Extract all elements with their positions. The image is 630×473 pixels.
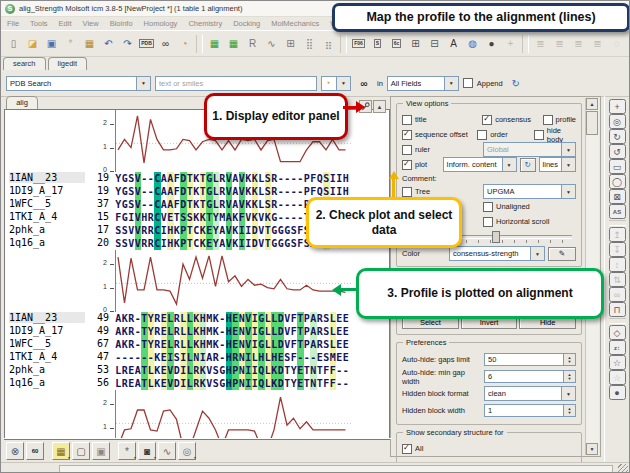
tree-checkbox[interactable] [402,187,412,197]
sequence-name[interactable]: 1IAN__23 [9,172,85,183]
sequence-name[interactable]: 1q16_a [9,237,85,248]
scrollbar-thumb[interactable] [586,111,598,135]
sequence-residues[interactable]: AKR-TYRELRLLKHMK-HENVIGLLDVFTPARSLEE [115,338,349,351]
menu-homology[interactable]: Homology [144,19,178,28]
sequence-residues[interactable]: AKR-TYRELRLLKHMK-HENVIGLLDVFTPARSLEE [115,312,349,325]
menu-chemistry[interactable]: Chemistry [188,19,222,28]
search-category-select[interactable]: PDB Search ▼ [6,76,151,91]
horizontal-scroll-checkbox[interactable] [483,217,493,227]
sequence-residues[interactable]: LREATLKEVDILRKVSGHPNIIQLKDTYETNTFF-- [115,377,349,390]
sequence-name[interactable]: 1IAN__23 [9,312,85,323]
snapshot-icon[interactable]: ◙▾ [138,442,156,460]
chevron-down-icon[interactable]: ▼ [336,77,350,90]
clear-selection-icon[interactable]: ⊠ [609,189,626,204]
all-checkbox[interactable] [402,444,412,454]
sequence-name[interactable]: 1DI9_A_17 [9,325,85,336]
unaligned-checkbox[interactable] [483,202,493,212]
surface-icon[interactable]: S [369,35,386,52]
select-lasso-icon[interactable]: ◯ [609,174,626,189]
history-icon[interactable]: ◔ [176,35,193,52]
min-gap-spinner[interactable]: 6 ▲▼ [484,370,576,383]
undo-icon[interactable]: ↶ [100,35,117,52]
history-select[interactable]: ◔ ▼ [321,76,351,91]
menu-file[interactable]: File [7,19,19,28]
rotate-icon[interactable]: ↻ [609,129,626,144]
search-input[interactable]: text or smiles [155,76,317,91]
matrix-icon[interactable]: ⣶ [320,35,337,52]
tab-search[interactable]: search [3,57,46,70]
zoom-icon[interactable]: ◎ [609,114,626,129]
gear-icon[interactable]: *▾ [118,442,136,460]
menu-bioinfo[interactable]: Bioinfo [110,19,133,28]
tree-method-select[interactable]: UPGMA ▼ [483,184,576,199]
field-select[interactable]: All Fields ▼ [387,76,459,91]
sequence-residues[interactable]: YGSV--CAAFDTKTGLRVAVKKLSR----PFQSIIH [115,172,349,185]
grab-hand-icon[interactable]: ● [609,385,626,400]
table-grid-icon[interactable]: ⊞ [407,35,424,52]
curve-icon[interactable]: ∿ [158,442,176,460]
title-checkbox[interactable] [402,115,412,125]
sequence-row[interactable]: 2phk_a53LREATLKEVDILRKVSGHPNIIQLKDTYETNT… [5,364,389,377]
sequence-residues[interactable]: AKR-TYRELRLLKHMK-HENVIGLLDVFTPARSLEE [115,325,349,338]
chevron-down-icon[interactable]: ▼ [530,247,544,260]
chevron-down-icon[interactable]: ▼ [561,185,575,198]
sequence-name[interactable]: 1TKI_A_4 [9,211,85,222]
globe-icon[interactable]: ◍ [464,35,481,52]
clone-view-icon[interactable]: ⊟ [426,35,443,52]
open-file-icon[interactable]: ◪ [24,35,41,52]
sequence-row[interactable]: 1DI9_A_1749AKR-TYRELRLLKHMK-HENVIGLLDVFT… [5,325,389,338]
sequence-row[interactable]: 1IAN__2319YGSV--CAAFDTKTGLRVAVKKLSR----P… [5,172,389,185]
dropdown-arrow-icon[interactable]: ▾ [154,455,156,460]
trackball-icon[interactable]: ◎▾ [178,442,196,460]
sequence-row[interactable]: 1WFC__567AKR-TYRELRLLKHMK-HENVIGLLDVFTPA… [5,338,389,351]
find-button[interactable]: ∞ [355,75,373,92]
consensus-checkbox[interactable] [482,115,492,125]
sequence-name[interactable]: 1TKI_A_4 [9,351,85,362]
block-width-spinner[interactable]: 1 ▲▼ [484,404,576,417]
color-scheme-select[interactable]: consensus-strength ▼ [449,246,545,261]
plot-style-select[interactable]: lines ▼ [539,157,576,172]
split-window-icon[interactable]: ▣ [92,442,110,460]
pocket-icon[interactable]: ◇ [609,325,626,340]
delete-icon[interactable]: * [62,35,79,52]
sequence-name[interactable]: 2phk_a [9,364,85,375]
sequence-name[interactable]: 1WFC__5 [9,198,85,209]
gaps-limit-spinner[interactable]: 50 ▲▼ [484,353,576,366]
sequence-name[interactable]: 1DI9_A_17 [9,185,85,196]
new-window-icon[interactable]: ▢ [72,442,90,460]
sequence-residues[interactable]: YGSV--CAAFDTKTGLRVAVKKLSR----PFQSIIH [115,185,349,198]
append-checkbox[interactable] [463,78,473,88]
dropdown-arrow-icon[interactable]: ▾ [194,455,196,460]
sequence-name[interactable]: 1WFC__5 [9,338,85,349]
sequence-name[interactable]: 1q16_a [9,377,85,388]
chevron-down-icon[interactable]: ▼ [444,77,458,90]
sequence-residues[interactable]: ------KEISILNIAR-HRNILHLHESF---ESMEE [115,351,349,364]
chevron-down-icon[interactable]: ▼ [561,158,575,171]
resize-grip[interactable] [618,464,628,473]
table-panel-icon[interactable]: ▦▾ [52,442,70,460]
plot-source-select[interactable]: Inform. content ▼ [443,157,517,172]
r-console-icon[interactable]: R [244,35,261,52]
spinner-arrows-icon[interactable]: ▲▼ [563,371,575,382]
sequence-name[interactable]: 2phk_a [9,224,85,235]
z-sort-icon[interactable]: z↕ [609,340,626,355]
grid-view-icon[interactable]: ⊞ [282,35,299,52]
alignment-panel[interactable]: 2101IAN__2319YGSV--CAAFDTKTGLRVAVKKLSR--… [4,109,390,440]
pick-move-icon[interactable]: + [609,99,626,114]
sequence-residues[interactable]: LREATLKEVDILRKVSGHPNIIQLKDTYETNTFF-- [115,364,349,377]
menu-docking[interactable]: Docking [233,19,260,28]
font-icon[interactable]: 6c [388,35,405,52]
slider-handle[interactable] [492,231,500,243]
lock-icon[interactable]: ⊓ [609,302,626,317]
chevron-down-icon[interactable]: ▼ [136,77,150,90]
block-format-select[interactable]: clean ▼ [484,386,576,401]
go-badge-icon[interactable]: 60 [26,442,44,460]
fog-label-icon[interactable]: F06 [350,35,367,52]
sequence-offset-checkbox[interactable] [402,130,412,140]
chevron-down-icon[interactable]: ▼ [502,158,516,171]
chevron-down-icon[interactable]: ▼ [561,387,575,400]
sequence-row[interactable]: 1TKI_A_447------KEISILNIAR-HRNILHLHESF--… [5,351,389,364]
sphere-icon[interactable]: ● [483,35,500,52]
menu-molmechanics[interactable]: MolMechanics [271,19,319,28]
scroll-up-icon[interactable]: ▲ [586,98,598,110]
